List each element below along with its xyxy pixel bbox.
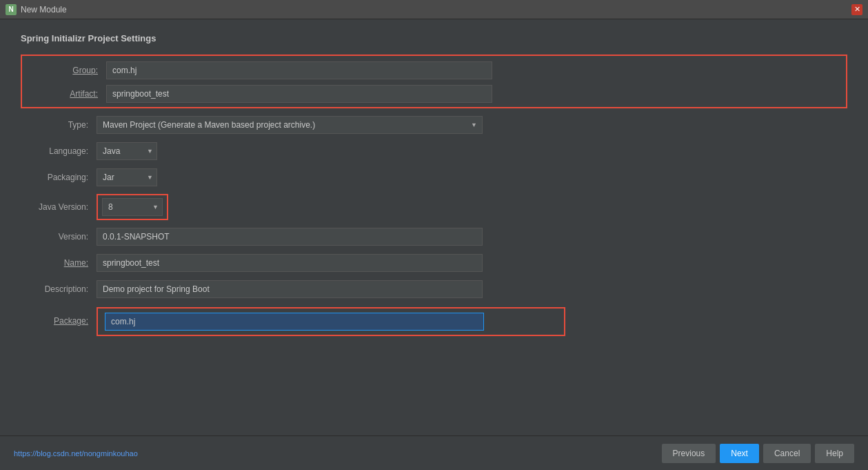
artifact-input[interactable] bbox=[106, 85, 492, 103]
title-bar-text: New Module bbox=[21, 5, 851, 14]
type-select-wrapper: Maven Project (Generate a Maven based pr… bbox=[97, 116, 483, 134]
package-label: Package: bbox=[21, 316, 97, 326]
footer-buttons: Previous Next Cancel Help bbox=[662, 444, 854, 463]
language-select[interactable]: Java Kotlin Groovy bbox=[97, 142, 157, 160]
description-label: Description: bbox=[21, 284, 97, 294]
cancel-button[interactable]: Cancel bbox=[763, 444, 811, 463]
package-input[interactable] bbox=[105, 313, 484, 331]
footer-link[interactable]: https://blog.csdn.net/nongminkouhao bbox=[14, 449, 138, 458]
language-label: Language: bbox=[21, 146, 97, 156]
group-label: Group: bbox=[30, 66, 106, 75]
dialog-content: Spring Initializr Project Settings Group… bbox=[0, 19, 868, 435]
packaging-select-wrapper: Jar War bbox=[97, 168, 157, 186]
type-select[interactable]: Maven Project (Generate a Maven based pr… bbox=[97, 116, 483, 134]
group-artifact-section: Group: Artifact: bbox=[21, 55, 847, 108]
java-version-label: Java Version: bbox=[21, 202, 97, 212]
name-label: Name: bbox=[21, 258, 97, 268]
package-highlight bbox=[97, 307, 565, 336]
package-row-wrapper: Package: bbox=[21, 306, 847, 336]
description-input[interactable] bbox=[97, 280, 483, 298]
close-button[interactable]: ✕ bbox=[851, 4, 862, 15]
dialog: Spring Initializr Project Settings Group… bbox=[0, 19, 868, 470]
type-label: Type: bbox=[21, 120, 97, 130]
packaging-row: Packaging: Jar War bbox=[21, 168, 847, 187]
name-row: Name: bbox=[21, 253, 847, 273]
java-version-select[interactable]: 8 11 17 bbox=[102, 198, 163, 216]
java-version-row: Java Version: 8 11 17 bbox=[21, 194, 847, 220]
description-row: Description: bbox=[21, 280, 847, 299]
next-button[interactable]: Next bbox=[720, 444, 759, 463]
java-version-highlight: 8 11 17 bbox=[97, 194, 168, 220]
name-input[interactable] bbox=[97, 254, 483, 272]
title-bar-controls: ✕ bbox=[851, 4, 862, 15]
language-select-wrapper: Java Kotlin Groovy bbox=[97, 142, 157, 160]
version-label: Version: bbox=[21, 232, 97, 242]
language-row: Language: Java Kotlin Groovy bbox=[21, 141, 847, 161]
section-title: Spring Initializr Project Settings bbox=[21, 33, 847, 43]
version-row: Version: bbox=[21, 227, 847, 246]
packaging-label: Packaging: bbox=[21, 173, 97, 182]
title-bar: N New Module ✕ bbox=[0, 0, 868, 19]
group-input[interactable] bbox=[106, 61, 492, 79]
dialog-footer: https://blog.csdn.net/nongminkouhao Prev… bbox=[0, 435, 868, 470]
artifact-label: Artifact: bbox=[30, 89, 106, 99]
group-row: Group: bbox=[30, 61, 838, 79]
type-row: Type: Maven Project (Generate a Maven ba… bbox=[21, 115, 847, 135]
version-input[interactable] bbox=[97, 228, 483, 246]
java-version-select-wrapper: 8 11 17 bbox=[102, 198, 163, 216]
previous-button[interactable]: Previous bbox=[662, 444, 716, 463]
app-icon-letter: N bbox=[8, 6, 13, 13]
artifact-row: Artifact: bbox=[30, 85, 838, 103]
help-button[interactable]: Help bbox=[815, 444, 854, 463]
app-icon: N bbox=[6, 4, 17, 15]
packaging-select[interactable]: Jar War bbox=[97, 168, 157, 186]
